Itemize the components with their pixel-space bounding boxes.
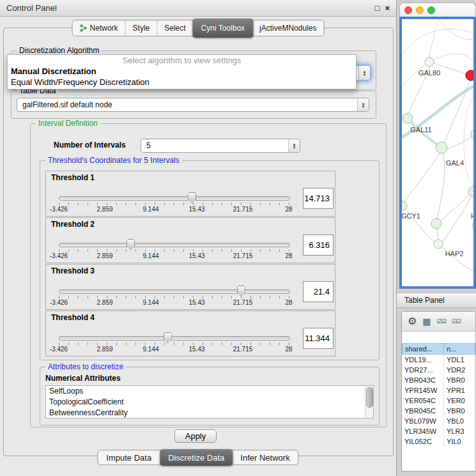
threshold-1-value-field[interactable]: 14.713 bbox=[303, 188, 334, 209]
combo-stepper-icon[interactable]: ▴▾ bbox=[357, 98, 369, 111]
edge-node-2[interactable] bbox=[468, 187, 473, 197]
combo-stepper-icon[interactable]: ▴▾ bbox=[288, 139, 300, 152]
threshold-3-panel: Threshold 3 -3.426 2.859 9.144 15.43 21.… bbox=[45, 264, 335, 310]
column-header-shared-name[interactable]: shared... bbox=[402, 343, 444, 355]
tab-select[interactable]: Select bbox=[157, 20, 193, 36]
threshold-2-value-field[interactable]: 6.316 bbox=[303, 234, 334, 256]
table-row[interactable]: YIL052CYIL0 bbox=[402, 436, 475, 447]
gal4-node[interactable] bbox=[436, 142, 447, 153]
network-edge[interactable] bbox=[402, 29, 473, 54]
tab-cyni-toolbox[interactable]: Cyni Toolbox bbox=[193, 19, 253, 38]
settings-gear-icon[interactable]: ⚙ bbox=[408, 316, 417, 326]
list-item[interactable]: BetweennessCentrality bbox=[46, 408, 373, 418]
table-row[interactable]: YPR145WYPR1 bbox=[402, 385, 475, 395]
cell-name[interactable]: YDR2 bbox=[444, 365, 475, 375]
slider-thumb[interactable] bbox=[127, 239, 135, 250]
table-row[interactable]: YER054CYER0 bbox=[402, 395, 475, 406]
table-row[interactable]: YBL079WYBL0 bbox=[402, 416, 475, 426]
network-window-titlebar bbox=[399, 3, 476, 17]
cell-shared-name[interactable]: YDL19... bbox=[402, 355, 444, 365]
gal80-node[interactable] bbox=[425, 58, 434, 66]
table-panel-titlebar: Table Panel bbox=[397, 293, 476, 308]
column-chooser-icon[interactable]: ▦ bbox=[422, 317, 431, 326]
gal11-node[interactable] bbox=[403, 113, 413, 123]
tab-network[interactable]: Network bbox=[73, 20, 126, 36]
cell-name[interactable]: YBL0 bbox=[444, 416, 475, 426]
tab-style[interactable]: Style bbox=[126, 20, 158, 36]
table-row[interactable]: YDL19...YDL1 bbox=[402, 355, 475, 365]
cell-shared-name[interactable]: YPR145W bbox=[402, 385, 444, 395]
threshold-3-value-field[interactable]: 21.4 bbox=[303, 281, 334, 302]
gcy1-node[interactable] bbox=[402, 201, 407, 210]
cell-shared-name[interactable]: YBL079W bbox=[402, 416, 444, 426]
list-item[interactable]: TopologicalCoefficient bbox=[46, 397, 373, 408]
column-header-name[interactable]: n... bbox=[444, 343, 475, 355]
network-edge[interactable] bbox=[443, 197, 471, 242]
cell-shared-name[interactable]: YIL052C bbox=[402, 436, 444, 447]
slider-thumb[interactable] bbox=[188, 192, 196, 203]
network-edge[interactable] bbox=[437, 229, 438, 240]
network-edge[interactable] bbox=[437, 153, 445, 219]
table-data-select[interactable]: galFiltered.sif default node ▴▾ bbox=[17, 98, 369, 112]
cell-name[interactable]: YDL1 bbox=[444, 355, 475, 365]
row-checkboxes-icon[interactable]: ☑☑ bbox=[452, 319, 461, 325]
cell-name[interactable]: YPR1 bbox=[444, 385, 475, 395]
number-of-intervals-select[interactable]: 5 ▴▾ bbox=[141, 139, 300, 153]
tab-jactivemnodules[interactable]: jActiveMNodules bbox=[252, 20, 323, 36]
inner-node[interactable] bbox=[431, 219, 441, 229]
cell-name[interactable]: YIL0 bbox=[444, 436, 475, 447]
tab-infer-network[interactable]: Infer Network bbox=[232, 450, 298, 464]
algorithm-dropdown-popup: Select algorithm to view settings Manual… bbox=[7, 54, 357, 89]
table-row[interactable]: YBR045CYBR0 bbox=[402, 406, 475, 416]
selected-red-node[interactable] bbox=[466, 70, 473, 81]
table-row[interactable]: YDR27...YDR2 bbox=[402, 365, 475, 375]
float-window-icon[interactable]: □ bbox=[375, 4, 380, 13]
cell-name[interactable]: YLR3 bbox=[444, 426, 475, 436]
cell-name[interactable]: YER0 bbox=[444, 395, 475, 406]
network-canvas[interactable]: GAL80GAL11GAL4GCY1HAP2H bbox=[399, 17, 476, 289]
slider-thumb[interactable] bbox=[237, 286, 245, 296]
number-of-intervals-label: Number of Intervals bbox=[54, 141, 126, 150]
threshold-2-slider[interactable] bbox=[59, 243, 290, 247]
cell-shared-name[interactable]: YER054C bbox=[402, 395, 444, 406]
threshold-4-slider[interactable] bbox=[59, 336, 290, 341]
network-edge[interactable] bbox=[464, 96, 473, 187]
network-edge[interactable] bbox=[441, 194, 469, 220]
apply-button[interactable]: Apply bbox=[174, 429, 217, 443]
close-traffic-light[interactable] bbox=[404, 6, 412, 14]
cell-shared-name[interactable]: YBR045C bbox=[402, 406, 444, 416]
threshold-4-value-field[interactable]: 11.344 bbox=[303, 328, 334, 349]
tab-discretize-data[interactable]: Discretize Data bbox=[160, 449, 233, 466]
tab-impute-data[interactable]: Impute Data bbox=[98, 450, 160, 464]
cell-shared-name[interactable]: YBR043C bbox=[402, 375, 444, 385]
zoom-traffic-light[interactable] bbox=[427, 6, 435, 14]
slider-thumb[interactable] bbox=[164, 332, 172, 343]
table-row[interactable]: YBR043CYBR0 bbox=[402, 375, 475, 385]
scrollbar-thumb[interactable] bbox=[366, 387, 373, 408]
minimize-traffic-light[interactable] bbox=[416, 6, 424, 14]
edge-node-1[interactable] bbox=[471, 129, 473, 139]
cell-name[interactable]: YBR0 bbox=[444, 406, 475, 416]
dropdown-option-equal-width[interactable]: Equal Width/Frequency Discretization bbox=[8, 77, 356, 88]
network-edge[interactable] bbox=[404, 153, 440, 202]
list-item[interactable]: SelfLoops bbox=[46, 386, 373, 397]
tick-label: 28 bbox=[285, 252, 292, 259]
hap2-node[interactable] bbox=[434, 240, 443, 249]
table-row[interactable]: YLR345WYLR3 bbox=[402, 426, 475, 436]
dropdown-option-manual[interactable]: Manual Discretization bbox=[8, 66, 356, 77]
network-edge[interactable] bbox=[429, 19, 439, 58]
close-window-icon[interactable]: × bbox=[385, 4, 390, 13]
tick-label: 21.715 bbox=[233, 206, 253, 213]
threshold-1-slider[interactable] bbox=[59, 196, 290, 201]
cell-name[interactable]: YBR0 bbox=[444, 375, 475, 385]
cell-shared-name[interactable]: YLR345W bbox=[402, 426, 444, 436]
table-toolbar: ⚙ ▦ ☑☑ ☑☑ bbox=[402, 312, 475, 332]
network-edge[interactable] bbox=[447, 137, 472, 150]
list-scrollbar[interactable] bbox=[365, 386, 373, 418]
network-graph[interactable]: GAL80GAL11GAL4GCY1HAP2H bbox=[402, 19, 473, 289]
edge-node-3[interactable] bbox=[472, 221, 473, 230]
combo-stepper-icon[interactable]: ▴▾ bbox=[358, 66, 370, 80]
threshold-3-slider[interactable] bbox=[59, 289, 290, 294]
select-all-checkboxes-icon[interactable]: ☑☑ bbox=[437, 319, 446, 325]
cell-shared-name[interactable]: YDR27... bbox=[402, 365, 444, 375]
